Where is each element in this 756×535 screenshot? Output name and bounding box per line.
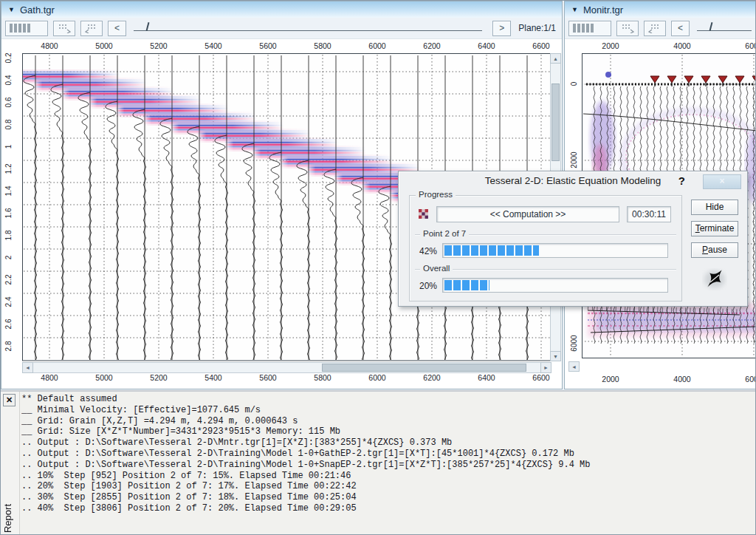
overall-progress-bar	[442, 278, 668, 293]
increase-spacing-button[interactable]	[80, 21, 103, 36]
axis-tick: 5600	[259, 373, 276, 382]
terminate-button[interactable]: Terminate	[691, 221, 738, 236]
axis-tick: 2.8	[4, 335, 14, 358]
scroll-left-icon[interactable]: ◄	[568, 361, 580, 372]
report-line: .. Output : D:\Software\Tesseral 2-D\Mnt…	[21, 437, 755, 449]
report-panel: ✕ Report ** Default assumed__ Minimal Ve…	[1, 390, 756, 535]
pause-button[interactable]: Pause	[691, 242, 738, 258]
axis-tick: 0.2	[4, 47, 14, 69]
report-line: .. 10% Step [952] Position 2 of 7: 15%. …	[21, 471, 755, 482]
axis-tick: 5400	[205, 373, 221, 382]
vscroll-thumb[interactable]	[551, 84, 560, 161]
report-tab-label: Report	[2, 504, 13, 533]
report-line: .. 20% Step [1903] Position 2 of 7: 17%.…	[21, 481, 755, 492]
hscroll-thumb[interactable]	[322, 364, 526, 372]
application-window: ▼ Gath.tgr	[0, 0, 756, 535]
axis-tick: 6000	[745, 375, 756, 384]
axis-tick: 6400	[478, 41, 495, 50]
report-close-button[interactable]: ✕	[3, 394, 16, 406]
axis-tick: 5600	[259, 41, 276, 50]
axis-tick: 2.2	[4, 269, 14, 291]
axis-tick: 5000	[95, 41, 112, 50]
monitor-x-axis-bottom: 200040006000	[565, 375, 756, 384]
report-line: __ Minimal Velocity: [Effective]=1077.64…	[21, 405, 755, 416]
axis-tick: 6400	[478, 373, 495, 382]
computation-activity-icon	[419, 209, 428, 219]
axis-tick: 5400	[205, 41, 221, 50]
point-percent-label: 42%	[419, 246, 437, 256]
axis-tick: 5000	[95, 373, 112, 382]
axis-tick: 2	[4, 247, 14, 269]
report-console[interactable]: ** Default assumed__ Minimal Velocity: […	[21, 394, 755, 534]
axis-tick: 6200	[423, 373, 440, 382]
axis-tick: 6000	[745, 41, 756, 50]
axis-tick: 2000	[570, 149, 580, 171]
gather-time-axis-left: 0.20.40.60.811.21.41.61.822.22.42.62.8	[4, 10, 14, 380]
plane-slider[interactable]	[697, 21, 755, 36]
axis-tick: 0.4	[4, 69, 14, 92]
axis-tick: 4800	[41, 41, 58, 50]
report-side-strip: ✕ Report	[1, 392, 20, 535]
overall-group-label: Overall	[420, 264, 453, 273]
overall-group-rule	[415, 269, 676, 270]
monitor-panel-titlebar[interactable]: ▼ Monitr.tgr	[565, 1, 756, 18]
dots-right-icon	[85, 23, 98, 33]
elapsed-time-box: 00:30:11	[627, 206, 671, 222]
gather-toolbar: < > Plane:1/1	[1, 18, 562, 39]
prev-plane-button[interactable]: <	[108, 21, 126, 36]
monitor-panel-title: Monitr.tgr	[583, 4, 623, 16]
dots-left-icon	[621, 23, 634, 33]
axis-tick: 1.6	[4, 202, 14, 225]
axis-tick: 6000	[368, 373, 385, 382]
axis-tick: 1.4	[4, 180, 14, 202]
axis-tick: 1.2	[4, 158, 14, 180]
axis-tick: 4000	[673, 375, 690, 384]
scroll-left-icon[interactable]: ◄	[22, 362, 33, 373]
computation-stage-bar: << Computation >>	[436, 206, 619, 222]
plane-slider[interactable]	[134, 21, 485, 36]
scroll-right-icon[interactable]: ►	[540, 362, 551, 373]
report-line: .. 30% Step [2855] Position 2 of 7: 18%.…	[21, 492, 755, 503]
dots-right-icon	[648, 23, 662, 33]
axis-tick: 6000	[570, 333, 580, 355]
point-group-label: Point 2 of 7	[420, 229, 469, 238]
progress-group: Progress << Computation >> 00:30:11 Poin…	[409, 195, 682, 301]
decrease-spacing-button[interactable]	[616, 21, 639, 36]
hide-button[interactable]: Hide	[691, 200, 738, 215]
slider-rail	[134, 30, 482, 31]
axis-tick: 5800	[314, 41, 331, 50]
help-icon[interactable]: ?	[678, 174, 685, 187]
scroll-up-icon[interactable]: ▲	[550, 53, 561, 64]
gather-x-axis-bottom: 4800500052005400560058006000620064006600	[49, 373, 544, 383]
modeling-progress-dialog: Tesseral 2-D: Elastic Equation Modeling …	[398, 171, 748, 307]
gather-panel-titlebar[interactable]: ▼ Gath.tgr	[1, 1, 562, 18]
close-button[interactable]: ×	[703, 174, 741, 189]
scroll-down-icon[interactable]: ▼	[550, 351, 561, 361]
point-progress-fill	[444, 245, 539, 256]
overall-progress-fill	[444, 280, 489, 290]
report-line: .. 40% Step [3806] Position 2 of 7: 20%.…	[21, 503, 755, 514]
report-line: __ Grid: Size [X*Z*T*Number]=3431*2923*9…	[21, 426, 755, 437]
monitor-x-axis-top: 200040006000	[565, 41, 756, 51]
monitor-toolbar: <	[565, 18, 756, 39]
prev-plane-button[interactable]: <	[671, 21, 690, 36]
gather-panel-title: Gath.tgr	[20, 4, 55, 16]
report-line: .. Output : D:\Software\Tesseral 2-D\Tra…	[21, 460, 755, 471]
report-line: __ Grid: Grain [X,Z,T] =4.294 m, 4.294 m…	[21, 416, 755, 427]
axis-tick: 4800	[41, 373, 58, 382]
axis-tick: 5800	[314, 373, 331, 382]
next-plane-button[interactable]: >	[492, 21, 511, 36]
decrease-spacing-button[interactable]	[53, 21, 75, 36]
axis-tick: 0.8	[4, 114, 14, 136]
axis-tick: 6200	[423, 41, 440, 50]
report-line: .. Output : D:\Software\Tesseral 2-D\Tra…	[21, 449, 755, 460]
gather-hscrollbar[interactable]: ◄ ►	[22, 362, 551, 373]
axis-tick: 5200	[150, 373, 167, 382]
dialog-title: Tesseral 2-D: Elastic Equation Modeling	[399, 171, 747, 190]
axis-tick: 1	[4, 136, 14, 158]
increase-spacing-button[interactable]	[644, 21, 666, 36]
axis-tick: 6000	[368, 41, 385, 50]
gather-x-axis-top: 4800500052005400560058006000620064006600	[49, 41, 544, 51]
dots-left-icon	[58, 23, 71, 33]
axis-tick: 2000	[602, 41, 619, 50]
